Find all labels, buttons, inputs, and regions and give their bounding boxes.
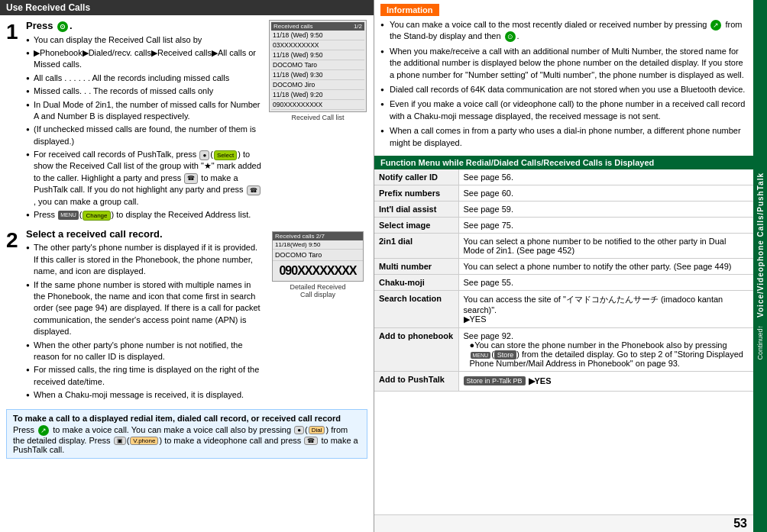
left-panel: Use Received Calls 1 Press ⊙. You can di… <box>0 0 374 532</box>
table-cell-multi-value: You can select a phone number to notify … <box>458 258 753 274</box>
page-number: 53 <box>733 517 747 530</box>
call-icon: ↗ <box>38 425 49 436</box>
info-bullet-1: You can make a voice call to the most re… <box>380 19 747 43</box>
detailed-screen-number: 090XXXXXXXX <box>273 261 363 281</box>
menu-icon-store: MENU <box>471 352 491 359</box>
step-2: 2 Select a received call record. The oth… <box>6 228 367 402</box>
screen-caption-1: Received Call list <box>291 114 344 121</box>
store-in-ptalk-badge: Store in P-Talk PB <box>464 376 526 385</box>
step-2-title: Select a received call record. <box>26 228 262 240</box>
pushtalk-key: ☎ <box>304 437 318 445</box>
screen-date-4: 11/18 (Wed) 9:20 <box>273 91 323 98</box>
table-row-2in1: 2in1 dial You can select a phone number … <box>374 233 753 258</box>
bullet-2: ▶Phonebook▶Dialed/recv. calls▶Received c… <box>26 47 262 71</box>
bullet-4: Missed calls. . . The records of missed … <box>26 85 262 97</box>
right-main: Information You can make a voice call to… <box>374 0 753 532</box>
screen-number-2: 090XXXXXXXXX <box>273 101 322 108</box>
left-section-header: Use Received Calls <box>0 0 374 15</box>
step-1-bullets: You can display the Received Call list a… <box>26 34 262 221</box>
screen-row-3: 11/18 (Wed) 9:30 <box>271 70 364 80</box>
table-cell-2in1-value: You can select a phone number to be noti… <box>458 233 753 258</box>
table-cell-intl-label: Int'l dial assist <box>374 201 458 217</box>
screen-name-2: DOCOMO Jiro <box>273 81 315 89</box>
blue-section-title: To make a call to a displayed redial ite… <box>13 414 361 423</box>
bullet-8: Press MENU(Change) to display the Receiv… <box>26 209 262 221</box>
step2-bullet-5: When a Chaku-moji message is received, i… <box>26 389 262 401</box>
vphone-key: ▣ <box>114 437 126 445</box>
table-row-select-image: Select image See page 75. <box>374 217 753 233</box>
detailed-screen-date: 11/18(Wed) 9:50 <box>273 240 363 250</box>
store-row: Store in P-Talk PB ▶YES <box>464 375 749 388</box>
table-row-prefix: Prefix numbers See page 60. <box>374 185 753 201</box>
bullet-1: You can display the Received Call list a… <box>26 34 262 46</box>
detailed-screen-header: Received calls 2/7 <box>273 232 363 240</box>
detailed-call-screenshot: Received calls 2/7 11/18(Wed) 9:50 DOCOM… <box>268 228 367 402</box>
table-row-phonebook: Add to phonebook See page 92. ●You can s… <box>374 327 753 371</box>
continued-text: Continued↑ <box>756 325 764 360</box>
info-bullet-2: When you make/receive a call with an add… <box>380 46 747 81</box>
press-label: Press <box>26 20 53 31</box>
table-row-pushtalk: Add to PushTalk Store in P-Talk PB ▶YES <box>374 371 753 391</box>
dial-label: Dial <box>309 426 325 434</box>
detailed-screen-title: Received calls 2/7 <box>275 233 325 240</box>
detailed-phone-screen: Received calls 2/7 11/18(Wed) 9:50 DOCOM… <box>272 231 364 282</box>
table-row-notify: Notify caller ID See page 56. <box>374 169 753 185</box>
table-cell-select-image-label: Select image <box>374 217 458 233</box>
step2-bullet-4: For missed calls, the ring time is displ… <box>26 364 262 388</box>
right-wrapper: Information You can make a voice call to… <box>374 0 767 532</box>
step-1-content: Press ⊙. You can display the Received Ca… <box>26 20 367 222</box>
screen-row-name2: DOCOMO Jiro <box>271 80 364 90</box>
bullet-7: For received call records of PushTalk, p… <box>26 149 262 208</box>
table-row-intl: Int'l dial assist See page 59. <box>374 201 753 217</box>
step-2-bullets: The other party's phone number is displa… <box>26 242 262 401</box>
information-bullets: You can make a voice call to the most re… <box>380 19 747 149</box>
dial-key: ● <box>294 426 304 434</box>
info-bullet-4: Even if you make a voice call (or videop… <box>380 98 747 122</box>
screen-title-1: Received calls <box>273 23 313 30</box>
step-2-number: 2 <box>6 230 23 402</box>
phone-screen-1: Received calls 1/2 11/18 (Wed) 9:50 03XX… <box>269 20 367 112</box>
step-1-number: 1 <box>6 21 23 222</box>
screen-date-3: 11/18 (Wed) 9:30 <box>273 71 323 79</box>
yes-arrow: ▶YES <box>529 376 552 386</box>
step-1-title: Press ⊙. <box>26 20 262 32</box>
screen-row-1: 11/18 (Wed) 9:50 <box>271 31 364 40</box>
screen-date-2: 11/18 (Wed) 9:50 <box>273 51 323 59</box>
screen-row-num2: 090XXXXXXXXX <box>271 100 364 110</box>
table-cell-pushtalk-label: Add to PushTalk <box>374 371 458 391</box>
table-row-multi: Multi number You can select a phone numb… <box>374 258 753 274</box>
right-sidebar-strip: Voice/Videophone Calls/PushTalk Continue… <box>753 0 767 532</box>
bullet-5: In Dual Mode of 2in1, the number of miss… <box>26 99 262 123</box>
step2-bullet-1: The other party's phone number is displa… <box>26 242 262 277</box>
table-cell-notify-value: See page 56. <box>458 169 753 185</box>
table-cell-prefix-label: Prefix numbers <box>374 185 458 201</box>
phone-circle-icon: ⊙ <box>57 21 68 32</box>
call-icon-right: ↗ <box>710 20 721 31</box>
table-cell-intl-value: See page 59. <box>458 201 753 217</box>
detailed-screen-caption: Detailed ReceivedCall display <box>290 283 345 298</box>
table-cell-select-image-value: See page 75. <box>458 217 753 233</box>
screen-name-1: DOCOMO Taro <box>273 61 317 69</box>
function-menu-section: Function Menu while Redial/Dialed Calls/… <box>374 156 753 514</box>
screen-row-name1: DOCOMO Taro <box>271 60 364 70</box>
information-header: Information <box>380 4 439 16</box>
table-row-search: Search location You can access the site … <box>374 290 753 327</box>
info-bullet-5: When a call comes in from a party who us… <box>380 125 747 149</box>
bottom-bar: 53 <box>374 514 753 532</box>
screen-page-1: 1/2 <box>354 23 362 30</box>
function-menu-header: Function Menu while Redial/Dialed Calls/… <box>374 156 753 169</box>
screen-row-num: 03XXXXXXXXX <box>271 40 364 50</box>
screen-number-1: 03XXXXXXXXX <box>273 41 319 49</box>
step-1: 1 Press ⊙. You can display the Received … <box>6 20 367 222</box>
table-cell-multi-label: Multi number <box>374 258 458 274</box>
table-cell-search-value: You can access the site of "イマドコかんたんサーチ … <box>458 290 753 327</box>
step2-bullet-2: If the same phone number is stored with … <box>26 279 262 338</box>
table-cell-notify-label: Notify caller ID <box>374 169 458 185</box>
table-cell-chaku-value: See page 55. <box>458 274 753 290</box>
table-cell-pushtalk-value: Store in P-Talk PB ▶YES <box>458 371 753 391</box>
table-row-chaku: Chaku-moji See page 55. <box>374 274 753 290</box>
blue-section-text: Press ↗ to make a voice call. You can ma… <box>13 425 361 455</box>
title-suffix: . <box>70 20 73 31</box>
step-2-content: Select a received call record. The other… <box>26 228 367 402</box>
table-cell-search-label: Search location <box>374 290 458 327</box>
